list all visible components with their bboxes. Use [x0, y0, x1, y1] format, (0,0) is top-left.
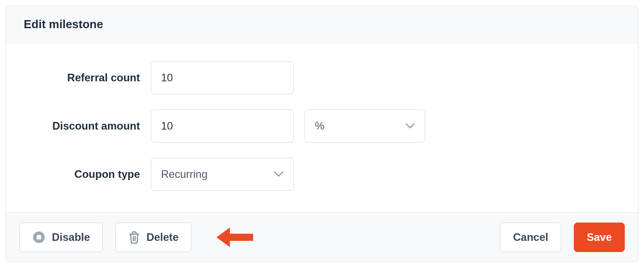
discount-amount-label: Discount amount [24, 120, 140, 132]
stop-icon [32, 231, 46, 244]
coupon-type-label: Coupon type [24, 168, 140, 181]
cancel-label: Cancel [513, 231, 548, 244]
save-label: Save [587, 231, 612, 244]
disable-label: Disable [52, 231, 90, 244]
save-button[interactable]: Save [574, 223, 625, 252]
discount-unit-value: % [315, 120, 324, 132]
discount-amount-input[interactable] [151, 109, 294, 143]
arrow-left-icon [213, 225, 253, 250]
referral-count-label: Referral count [24, 71, 140, 84]
chevron-down-icon [405, 123, 415, 129]
coupon-type-row: Coupon type Recurring [24, 158, 620, 191]
discount-unit-select[interactable]: % [305, 109, 425, 143]
cancel-button[interactable]: Cancel [500, 223, 561, 252]
coupon-type-select[interactable]: Recurring [151, 158, 294, 191]
edit-milestone-panel: Edit milestone Referral count Discount a… [5, 5, 639, 262]
referral-count-input[interactable] [151, 61, 294, 94]
panel-header: Edit milestone [6, 6, 638, 43]
discount-amount-row: Discount amount % [24, 109, 620, 143]
footer-left: Disable Delete [19, 223, 253, 252]
trash-icon [128, 231, 140, 244]
page-title: Edit milestone [24, 17, 620, 31]
panel-footer: Disable Delete [6, 212, 638, 262]
coupon-type-value: Recurring [161, 168, 208, 181]
footer-right: Cancel Save [500, 223, 625, 252]
chevron-down-icon [274, 171, 284, 177]
disable-button[interactable]: Disable [19, 223, 103, 252]
panel-body: Referral count Discount amount % Coupon … [6, 43, 638, 212]
referral-count-row: Referral count [24, 61, 620, 94]
svg-rect-1 [37, 235, 41, 240]
delete-button[interactable]: Delete [115, 223, 191, 252]
delete-label: Delete [146, 231, 178, 244]
